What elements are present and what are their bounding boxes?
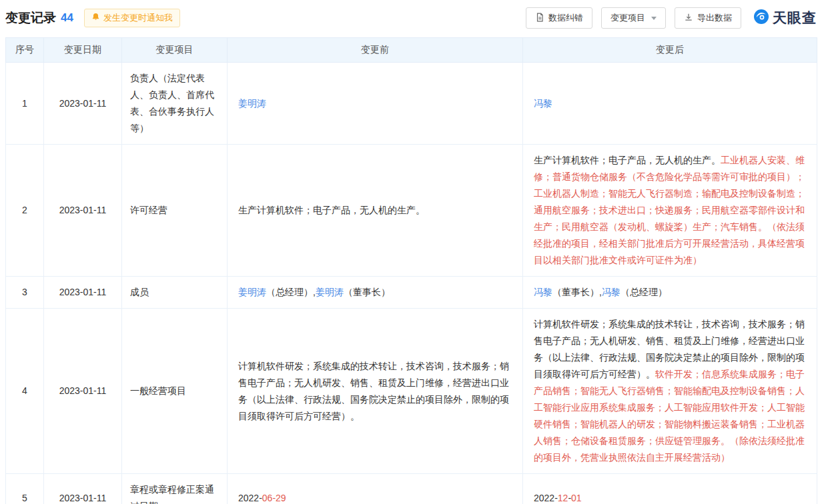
change-item-cell: 一般经营项目 bbox=[122, 309, 228, 474]
table-row: 32023-01-11成员姜明涛（总经理）,姜明涛（董事长）冯黎（董事长）,冯黎… bbox=[6, 277, 817, 309]
export-data-button[interactable]: 导出数据 bbox=[675, 7, 741, 29]
before-change-cell: 姜明涛（总经理）,姜明涛（董事长） bbox=[228, 277, 523, 309]
change-item-cell: 成员 bbox=[122, 277, 228, 309]
tianyancha-logo-icon bbox=[753, 9, 769, 27]
text-segment: 生产计算机软件；电子产品，无人机的生产。 bbox=[238, 205, 425, 215]
person-link[interactable]: 姜明涛 bbox=[316, 287, 344, 297]
change-table-body: 12023-01-11负责人（法定代表人、负责人、首席代表、合伙事务执行人等）姜… bbox=[6, 63, 817, 504]
topbar: 变更记录 44 发生变更时通知我 数据纠错 变更项目 导出数据 天眼查 bbox=[0, 0, 822, 37]
page-title: 变更记录 bbox=[5, 9, 56, 27]
before-change-cell: 计算机软件研发；系统集成的技术转让，技术咨询，技术服务；销售电子产品；无人机研发… bbox=[228, 309, 523, 474]
tianyancha-logo-text: 天眼查 bbox=[773, 9, 817, 27]
person-link[interactable]: 姜明涛 bbox=[238, 287, 266, 297]
text-segment: （董事长） bbox=[344, 287, 390, 297]
text-segment: 06-29 bbox=[262, 493, 286, 503]
text-segment: 工业机器人安装、维修；普通货物仓储服务（不含危险化学品等需许可审批的项目）；工业… bbox=[534, 155, 805, 265]
change-item-cell: 许可经营 bbox=[122, 145, 228, 277]
change-item-filter-dropdown[interactable]: 变更项目 bbox=[601, 7, 666, 29]
table-row: 22023-01-11许可经营生产计算机软件；电子产品，无人机的生产。生产计算机… bbox=[6, 145, 817, 277]
change-item-cell: 章程或章程修正案通过日期 bbox=[122, 474, 228, 504]
after-change-cell: 计算机软件研发；系统集成的技术转让，技术咨询，技术服务；销售电子产品；无人机研发… bbox=[523, 309, 817, 474]
person-link[interactable]: 冯黎 bbox=[534, 98, 552, 109]
row-number-cell: 1 bbox=[6, 63, 44, 145]
after-change-cell: 冯黎（董事长）,冯黎（总经理） bbox=[523, 277, 817, 309]
person-link[interactable]: 冯黎 bbox=[602, 287, 621, 297]
table-row: 12023-01-11负责人（法定代表人、负责人、首席代表、合伙事务执行人等）姜… bbox=[6, 63, 817, 145]
text-segment: 计算机软件研发；系统集成的技术转让，技术咨询，技术服务；销售电子产品；无人机研发… bbox=[238, 361, 509, 421]
text-segment: 12 bbox=[558, 493, 568, 503]
text-segment: （总经理） bbox=[621, 287, 667, 297]
text-segment: 软件开发；信息系统集成服务；电子产品销售；智能无人飞行器销售；智能输配电及控制设… bbox=[534, 369, 805, 463]
table-row: 52023-01-11章程或章程修正案通过日期2022-06-292022-12… bbox=[6, 474, 817, 504]
header-before: 变更前 bbox=[228, 38, 523, 63]
tianyancha-logo: 天眼查 bbox=[753, 9, 817, 27]
change-date-cell: 2023-01-11 bbox=[44, 474, 122, 504]
data-correction-label: 数据纠错 bbox=[548, 12, 583, 24]
change-item-cell: 负责人（法定代表人、负责人、首席代表、合伙事务执行人等） bbox=[122, 63, 228, 145]
header-change-date: 变更日期 bbox=[44, 38, 122, 63]
after-change-cell: 2022-12-01 bbox=[523, 474, 817, 504]
person-link[interactable]: 姜明涛 bbox=[238, 98, 266, 109]
text-segment: 生产计算机软件；电子产品，无人机的生产。 bbox=[534, 155, 721, 165]
chevron-down-icon bbox=[651, 17, 657, 20]
document-icon bbox=[535, 13, 544, 24]
change-date-cell: 2023-01-11 bbox=[44, 277, 122, 309]
row-number-cell: 5 bbox=[6, 474, 44, 504]
after-change-cell: 生产计算机软件；电子产品，无人机的生产。工业机器人安装、维修；普通货物仓储服务（… bbox=[523, 145, 817, 277]
text-segment: 2022- bbox=[534, 493, 558, 503]
table-header-row: 序号 变更日期 变更项目 变更前 变更后 bbox=[6, 38, 817, 63]
text-segment: 2022- bbox=[238, 493, 262, 503]
data-correction-button[interactable]: 数据纠错 bbox=[526, 7, 592, 29]
download-icon bbox=[684, 13, 693, 24]
text-segment: 01 bbox=[571, 493, 582, 503]
change-item-filter-label: 变更项目 bbox=[610, 12, 645, 24]
before-change-cell: 2022-06-29 bbox=[228, 474, 523, 504]
before-change-cell: 姜明涛 bbox=[228, 63, 523, 145]
bell-icon bbox=[91, 13, 100, 23]
before-change-cell: 生产计算机软件；电子产品，无人机的生产。 bbox=[228, 145, 523, 277]
header-after: 变更后 bbox=[523, 38, 817, 63]
text-segment: （董事长）, bbox=[552, 287, 602, 297]
table-row: 42023-01-11一般经营项目计算机软件研发；系统集成的技术转让，技术咨询，… bbox=[6, 309, 817, 474]
header-change-item: 变更项目 bbox=[122, 38, 228, 63]
header-seq: 序号 bbox=[6, 38, 44, 63]
record-count: 44 bbox=[61, 11, 73, 25]
change-date-cell: 2023-01-11 bbox=[44, 63, 122, 145]
row-number-cell: 4 bbox=[6, 309, 44, 474]
person-link[interactable]: 冯黎 bbox=[534, 287, 552, 297]
change-date-cell: 2023-01-11 bbox=[44, 145, 122, 277]
text-segment: （总经理）, bbox=[266, 287, 316, 297]
row-number-cell: 2 bbox=[6, 145, 44, 277]
notify-button-label: 发生变更时通知我 bbox=[103, 12, 173, 24]
export-data-label: 导出数据 bbox=[697, 12, 732, 24]
change-date-cell: 2023-01-11 bbox=[44, 309, 122, 474]
after-change-cell: 冯黎 bbox=[523, 63, 817, 145]
change-record-table: 序号 变更日期 变更项目 变更前 变更后 12023-01-11负责人（法定代表… bbox=[5, 37, 817, 504]
notify-button[interactable]: 发生变更时通知我 bbox=[84, 9, 180, 27]
row-number-cell: 3 bbox=[6, 277, 44, 309]
